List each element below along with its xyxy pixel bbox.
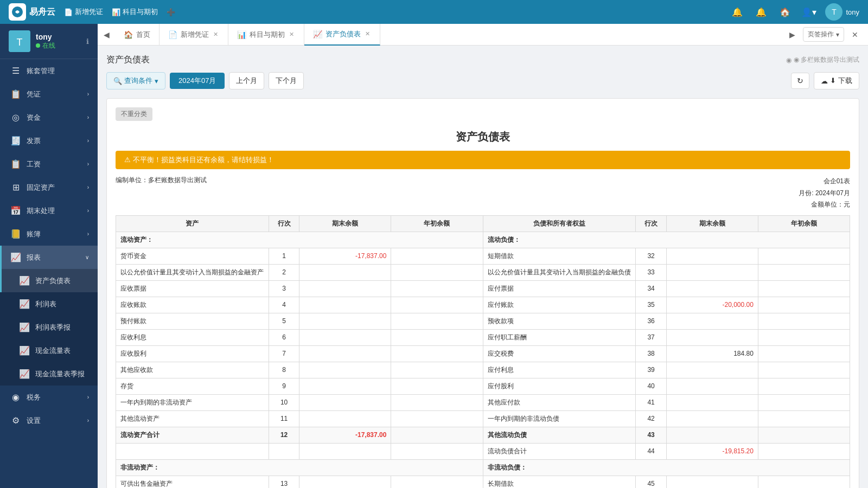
sidebar-item-label: 工资 bbox=[27, 159, 41, 169]
cell-asset-end bbox=[299, 297, 391, 313]
cell-liab-row: 36 bbox=[636, 313, 666, 329]
sidebar-avatar: T bbox=[9, 30, 30, 52]
cell-liab: 应交税费 bbox=[483, 345, 636, 362]
cell-asset-end: -17,837.00 bbox=[299, 248, 391, 264]
cell-liab-row: 44 bbox=[636, 443, 666, 459]
sidebar-item-invoice[interactable]: 🧾 发票 › bbox=[0, 129, 98, 152]
tabs-next-btn[interactable]: ▶ bbox=[783, 24, 801, 46]
tax-icon: ◉ bbox=[10, 392, 21, 402]
cell-row: 2 bbox=[269, 264, 299, 280]
cell-liab-end bbox=[666, 378, 758, 394]
cell-asset: 应收票据 bbox=[116, 280, 269, 297]
sidebar-item-cashflow-quarterly[interactable]: 📈 现金流量表季报 bbox=[0, 362, 98, 386]
tab-close-icon[interactable]: ✕ bbox=[364, 29, 371, 38]
sidebar-username: tony bbox=[36, 33, 55, 41]
table-row: 存货 9 应付股利 40 bbox=[116, 378, 850, 394]
sidebar-item-label: 利润表季报 bbox=[35, 323, 71, 332]
cell-asset: 货币资金 bbox=[116, 248, 269, 264]
tab-subject-period[interactable]: 📊 科目与期初 ✕ bbox=[228, 24, 304, 46]
top-bar: 易舟云 📄 新增凭证 📊 科目与期初 ➕ 🔔 🔔 🏠 👤▾ T tony bbox=[0, 0, 868, 24]
cell-asset: 可供出售金融资产 bbox=[116, 476, 269, 488]
sidebar-item-income[interactable]: 📈 利润表 bbox=[0, 292, 98, 316]
header-row-num2: 行次 bbox=[636, 215, 666, 232]
sidebar-item-income-quarterly[interactable]: 📈 利润表季报 bbox=[0, 316, 98, 339]
page-ops-btn[interactable]: 页签操作 ▾ bbox=[803, 27, 844, 42]
cell-liab-year bbox=[758, 280, 850, 297]
cell-liab-row: 40 bbox=[636, 378, 666, 394]
sidebar-nav: ☰ 账套管理 📋 凭证 › ◎ 资金 › 🧾 发票 › 📋 工资 › bbox=[0, 59, 98, 488]
refresh-icon: ↻ bbox=[797, 76, 803, 85]
cell-asset-year bbox=[391, 313, 483, 329]
table-row: 其他流动资产 11 一年内到期的非流动负债 42 bbox=[116, 410, 850, 427]
report-meta: 编制单位：多栏账数据导出测试 会企01表 月份: 2024年07月 金额单位：元 bbox=[116, 176, 850, 211]
info-icon[interactable]: ℹ bbox=[86, 37, 89, 46]
cell-liab: 应付股利 bbox=[483, 378, 636, 394]
sidebar-item-period-process[interactable]: 📅 期末处理 › bbox=[0, 199, 98, 222]
tab-home[interactable]: 🏠 首页 bbox=[115, 24, 159, 46]
tabs-prev-btn[interactable]: ◀ bbox=[98, 24, 115, 46]
sidebar-item-fixed-assets[interactable]: ⊞ 固定资产 › bbox=[0, 176, 98, 199]
fund-icon: ◎ bbox=[10, 112, 21, 123]
notification-icon-1[interactable]: 🔔 bbox=[730, 4, 745, 20]
sidebar-item-label: 税务 bbox=[27, 393, 41, 402]
sidebar-item-account[interactable]: ☰ 账套管理 bbox=[0, 59, 98, 82]
nav-sub-report: 📈 资产负债表 📈 利润表 📈 利润表季报 📈 现金流量表 📈 现 bbox=[0, 269, 98, 386]
close-all-tabs-btn[interactable]: ✕ bbox=[846, 24, 864, 46]
refresh-btn[interactable]: ↻ bbox=[791, 73, 809, 89]
table-row: 以公允价值计量且其变动计入当期损益的金融资产 2 以公允价值计量且其变动计入当期… bbox=[116, 264, 850, 280]
cell-asset-end bbox=[299, 329, 391, 345]
cell-row: 11 bbox=[269, 410, 299, 427]
sidebar-item-label: 现金流量表 bbox=[35, 346, 71, 356]
chevron-right-icon: › bbox=[87, 138, 89, 144]
download-icon: ☁ bbox=[821, 77, 828, 85]
home-icon[interactable]: 🏠 bbox=[777, 4, 793, 20]
cell-liab: 应付账款 bbox=[483, 297, 636, 313]
chevron-right-icon: › bbox=[87, 184, 89, 190]
cell-liab: 短期借款 bbox=[483, 248, 636, 264]
current-month-btn[interactable]: 2024年07月 bbox=[170, 73, 225, 89]
sidebar-item-label: 资产负债表 bbox=[35, 276, 71, 286]
sidebar-item-settings[interactable]: ⚙ 设置 › bbox=[0, 409, 98, 432]
tab-close-icon[interactable]: ✕ bbox=[288, 30, 295, 39]
user-dropdown-btn[interactable]: 👤▾ bbox=[801, 4, 816, 20]
cell-row: 12 bbox=[269, 427, 299, 443]
plus-topbtn[interactable]: ➕ bbox=[167, 8, 175, 16]
cell-liab: 一年内到期的非流动负债 bbox=[483, 410, 636, 427]
sidebar-item-report[interactable]: 📈 报表 ∨ bbox=[0, 246, 98, 269]
tab-add-voucher[interactable]: 📄 新增凭证 ✕ bbox=[159, 24, 228, 46]
username: tony bbox=[846, 8, 859, 16]
cell-liab-year bbox=[758, 476, 850, 488]
cell-row: 9 bbox=[269, 378, 299, 394]
add-voucher-topbtn[interactable]: 📄 新增凭证 bbox=[64, 7, 103, 17]
header-year-begin2: 年初余额 bbox=[758, 215, 850, 232]
prev-month-btn[interactable]: 上个月 bbox=[229, 72, 264, 89]
settings-icon: ⚙ bbox=[10, 415, 21, 426]
chevron-right-icon: › bbox=[87, 114, 89, 120]
cell-asset-end bbox=[299, 378, 391, 394]
sidebar-item-cashflow[interactable]: 📈 现金流量表 bbox=[0, 339, 98, 362]
sidebar-item-tax[interactable]: ◉ 税务 › bbox=[0, 386, 98, 409]
cell-asset: 其他应收款 bbox=[116, 362, 269, 378]
next-month-btn[interactable]: 下个月 bbox=[269, 72, 304, 89]
cell-asset: 其他流动资产 bbox=[116, 410, 269, 427]
tab-close-icon[interactable]: ✕ bbox=[212, 30, 219, 39]
toolbar-right: ↻ ☁ ⬇ 下载 bbox=[791, 72, 859, 89]
sidebar-item-salary[interactable]: 📋 工资 › bbox=[0, 152, 98, 176]
tab-balance-sheet[interactable]: 📈 资产负债表 ✕ bbox=[304, 24, 380, 46]
cell-liab: 其他流动负债 bbox=[483, 427, 636, 443]
cell-asset-year bbox=[391, 264, 483, 280]
subject-period-topbtn[interactable]: 📊 科目与期初 bbox=[112, 7, 158, 17]
cell-asset: 一年内到期的非流动资产 bbox=[116, 394, 269, 410]
download-btn[interactable]: ☁ ⬇ 下载 bbox=[814, 72, 859, 89]
sidebar-item-fund[interactable]: ◎ 资金 › bbox=[0, 106, 98, 129]
cell-liab-end: -19,815.20 bbox=[666, 443, 758, 459]
notification-icon-2[interactable]: 🔔 bbox=[754, 4, 769, 20]
chart-icon: 📈 bbox=[19, 275, 30, 286]
sidebar-item-ledger[interactable]: 📒 账簿 › bbox=[0, 222, 98, 246]
sidebar-item-balance-sheet[interactable]: 📈 资产负债表 bbox=[0, 269, 98, 292]
query-condition-btn[interactable]: 🔍 查询条件 ▾ bbox=[106, 72, 165, 89]
sidebar-item-voucher[interactable]: 📋 凭证 › bbox=[0, 82, 98, 106]
classify-btn[interactable]: 不重分类 bbox=[116, 107, 152, 121]
cell-asset-year bbox=[391, 394, 483, 410]
user-info[interactable]: T tony bbox=[825, 3, 859, 21]
